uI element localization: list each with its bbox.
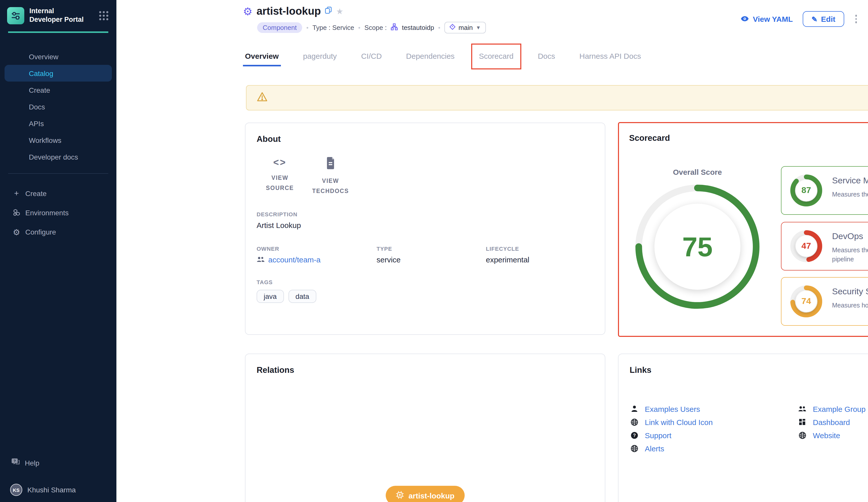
component-gear-icon: ⚙ [243, 6, 252, 17]
tab-overview[interactable]: Overview [244, 46, 280, 65]
scope-value: testautoidp [402, 24, 434, 31]
person-icon [630, 405, 638, 412]
sidebar-item-catalog[interactable]: Catalog [4, 65, 112, 82]
sidebar-nav: Overview Catalog Create Docs APIs Workfl… [0, 48, 116, 165]
favorite-star-icon[interactable]: ★ [336, 6, 343, 16]
tab-cicd[interactable]: CI/CD [360, 46, 383, 65]
check-card-devops[interactable]: 47 DevOps Measures the reliability of th… [781, 222, 868, 271]
tag-chip[interactable]: data [288, 290, 316, 303]
tab-docs[interactable]: Docs [537, 46, 556, 65]
check-name: DevOps [832, 231, 868, 242]
code-icon: <> [273, 157, 287, 168]
edit-button[interactable]: ✎ Edit [803, 11, 844, 27]
sidebar-item-overview[interactable]: Overview [0, 48, 116, 65]
description-value: Artist Lookup [257, 221, 594, 230]
link-with-cloud-icon[interactable]: Link with Cloud Icon [630, 415, 798, 429]
help-chat-icon: ? [11, 458, 20, 468]
page-header: ⚙ artist-lookup ★ Component • Type : Ser… [243, 5, 860, 33]
help-icon: ? [630, 431, 638, 439]
link-website[interactable]: Website [798, 429, 868, 442]
sidebar-item-workflows[interactable]: Workflows [0, 132, 116, 148]
link-examples-users[interactable]: Examples Users [630, 402, 798, 415]
view-yaml-button[interactable]: View YAML [741, 15, 793, 23]
link-dashboard[interactable]: Dashboard [798, 415, 868, 429]
link-example-group[interactable]: Example Group [798, 402, 868, 415]
check-gauge: 47 [788, 229, 824, 264]
user-menu[interactable]: KS Khushi Sharma [0, 484, 116, 496]
scope-label: Scope : [364, 24, 387, 31]
sidebar-secondary: + Create Environments ⚙ Configure [0, 184, 116, 242]
tab-dependencies[interactable]: Dependencies [405, 46, 456, 65]
sidebar-item-developer-docs[interactable]: Developer docs [0, 148, 116, 165]
check-card-service-maturity[interactable]: 87 Service Maturity Measures the reliabi… [781, 166, 868, 215]
svg-text:?: ? [13, 459, 16, 463]
scorecard-title: Scorecard [629, 133, 868, 143]
branch-selector[interactable]: main ▼ [444, 22, 486, 33]
check-description: Measures the reliability of this service [832, 190, 868, 199]
brand-title: Internal Developer Portal [29, 7, 86, 24]
description-label: DESCRIPTION [257, 211, 594, 217]
type-label: Type : Service [312, 24, 354, 31]
sidebar-divider [8, 173, 108, 174]
sidebar-bottom: ? Help KS Khushi Sharma [0, 458, 116, 496]
eye-icon [741, 15, 749, 23]
view-techdocs-button[interactable]: VIEW TECHDOCS [307, 157, 354, 196]
copy-icon[interactable] [325, 7, 332, 16]
check-description: Measures the reliability of the DevOps p… [832, 246, 868, 264]
type-value: service [376, 255, 486, 264]
owner-link[interactable]: account/team-a [257, 255, 376, 264]
sidebar-item-create[interactable]: Create [0, 82, 116, 98]
scorecard-checks: 87 Service Maturity Measures the reliabi… [781, 166, 868, 333]
relations-node-artist-lookup[interactable]: artist-lookup [386, 486, 465, 502]
kind-badge[interactable]: Component [257, 22, 302, 33]
more-options-kebab-icon[interactable] [854, 14, 858, 24]
lifecycle-value: experimental [486, 255, 594, 264]
tab-scorecard[interactable]: Scorecard [478, 46, 515, 65]
tab-pagerduty[interactable]: pagerduty [302, 46, 338, 65]
relations-title: Relations [257, 365, 594, 375]
view-source-button[interactable]: <> VIEW SOURCE [257, 157, 303, 196]
module-grid-icon[interactable] [99, 11, 108, 20]
check-name: Service Maturity [832, 176, 868, 186]
check-name: Security Standards [832, 287, 868, 297]
sidebar-item-docs[interactable]: Docs [0, 98, 116, 115]
tags-label: TAGS [257, 279, 594, 285]
people-icon [798, 406, 806, 412]
chip-cpu-icon [396, 491, 404, 500]
about-card: About <> VIEW SOURCE VIEW TECHDOCS DESCR… [245, 123, 605, 335]
link-alerts[interactable]: Alerts [630, 442, 798, 455]
avatar: KS [10, 484, 22, 496]
links-card: Links Examples Users Link with Cloud Ico… [618, 354, 868, 502]
check-description: Measures how secure the service is [832, 301, 868, 310]
sidebar-item-configure[interactable]: ⚙ Configure [0, 222, 116, 242]
links-title: Links [630, 365, 868, 375]
links-column-left: Examples Users Link with Cloud Icon ? Su… [630, 402, 798, 455]
warning-triangle-icon [257, 91, 268, 104]
version-icon [450, 24, 455, 31]
overall-score-label: Overall Score [647, 168, 748, 176]
document-icon [326, 157, 335, 171]
sidebar-item-create-action[interactable]: + Create [0, 184, 116, 203]
plus-icon: + [12, 189, 21, 198]
check-card-security-standards[interactable]: 74 Security Standards Measures how secur… [781, 277, 868, 326]
page-title: artist-lookup [257, 5, 321, 17]
chevron-down-icon: ▼ [476, 25, 481, 30]
header-actions: View YAML ✎ Edit [741, 11, 858, 27]
help-button[interactable]: ? Help [0, 458, 116, 468]
about-title: About [257, 134, 594, 144]
tag-chip[interactable]: java [257, 290, 284, 303]
dot-separator: • [438, 24, 440, 31]
sidebar-item-environments[interactable]: Environments [0, 203, 116, 222]
warning-banner [246, 85, 868, 110]
links-column-right: Example Group Dashboard Website [798, 402, 868, 455]
svg-text:?: ? [633, 433, 636, 438]
dot-separator: • [306, 24, 308, 31]
sidebar-item-apis[interactable]: APIs [0, 115, 116, 132]
link-support[interactable]: ? Support [630, 429, 798, 442]
relations-card: Relations artist-lookup [245, 354, 605, 502]
type-label: TYPE [376, 246, 486, 252]
environments-hexagons-icon [12, 209, 21, 217]
check-gauge: 87 [788, 173, 824, 208]
tab-harness-api-docs[interactable]: Harness API Docs [579, 46, 642, 65]
scope-hierarchy-icon [391, 23, 398, 32]
